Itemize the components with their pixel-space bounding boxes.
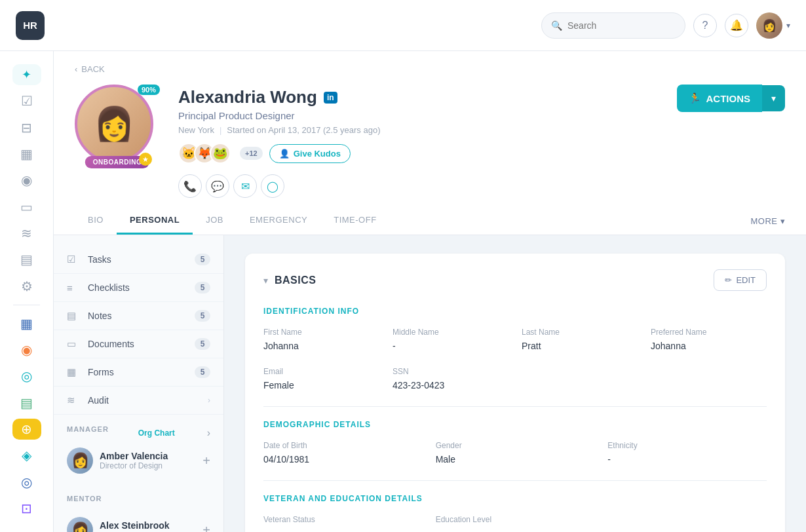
search-box[interactable]: 🔍	[541, 12, 685, 39]
phone-button[interactable]: 📞	[178, 174, 202, 198]
mentor-name: Alex Steinbrook	[100, 520, 170, 531]
sidebar-item-goals[interactable]: ◎	[12, 366, 41, 387]
profile-name-row: Alexandria Wong in	[178, 87, 659, 107]
veteran-grid: Veteran Status Education Level	[263, 515, 767, 528]
ethnicity-field: Ethnicity -	[607, 441, 767, 465]
sidebar-item-people[interactable]: ◉	[12, 170, 41, 191]
left-panel-item-checklists[interactable]: ≡ Checklists 5	[54, 274, 223, 302]
manager-section-header: MANAGER Org Chart ›	[67, 425, 210, 441]
content-area: ‹ BACK 👩 90% ONBOARDING ★ Alexandria Won…	[54, 51, 806, 532]
identification-grid: First Name Johanna Middle Name - Last Na…	[263, 328, 767, 351]
middle-name-field: Middle Name -	[393, 328, 509, 351]
tab-emergency[interactable]: EMERGENCY	[237, 207, 320, 235]
middle-name-label: Middle Name	[393, 328, 509, 337]
sidebar-item-reports[interactable]: ≋	[12, 223, 41, 244]
actions-main-button[interactable]: 🏃 ACTIONS	[677, 85, 763, 112]
left-panel-item-forms[interactable]: ▦ Forms 5	[54, 358, 223, 387]
profile-header: ‹ BACK 👩 90% ONBOARDING ★ Alexandria Won…	[54, 51, 806, 235]
actions-dropdown-button[interactable]: ▾	[762, 85, 785, 111]
tab-time-off[interactable]: TIME-OFF	[320, 207, 389, 235]
chat-button[interactable]: 💬	[206, 174, 229, 198]
more-chevron-icon: ▾	[780, 216, 786, 226]
sidebar-item-engagement[interactable]: ◈	[12, 445, 41, 466]
user-avatar-area[interactable]: 👩 ▾	[756, 12, 790, 39]
give-kudos-label: Give Kudos	[294, 149, 341, 159]
mentor-item: 👩 Alex Steinbrook Global Director +	[67, 517, 210, 532]
tabs-row: BIO PERSONAL JOB EMERGENCY TIME-OFF MORE…	[75, 207, 785, 235]
email-field: Email Female	[263, 367, 379, 390]
mentor-add-button[interactable]: +	[202, 523, 210, 533]
edit-icon: ✏	[725, 275, 732, 285]
tab-more[interactable]: MORE ▾	[751, 208, 786, 234]
left-panel-item-notes[interactable]: ▤ Notes 5	[54, 302, 223, 330]
email-button[interactable]: ✉	[233, 174, 257, 198]
sidebar-item-performance[interactable]: ▤	[12, 392, 41, 413]
sidebar-item-analytics[interactable]: ▦	[12, 313, 41, 334]
gender-field: Gender Male	[436, 441, 595, 465]
manager-add-button[interactable]: +	[202, 453, 210, 468]
profile-icons-row: 📞 💬 ✉ ◯	[178, 174, 659, 198]
first-name-field: First Name Johanna	[263, 328, 379, 351]
preferred-name-value: Johanna	[651, 341, 767, 351]
search-icon: 🔍	[551, 20, 562, 31]
sidebar-item-documents[interactable]: ▤	[12, 249, 41, 270]
meta-separator: |	[220, 125, 221, 135]
gender-value: Male	[436, 454, 595, 465]
lower-content: ☑ Tasks 5 ≡ Checklists 5 ▤ Notes 5 ▭ Doc…	[54, 235, 806, 532]
sidebar-item-add[interactable]: ⊕	[12, 419, 41, 440]
org-chart-link[interactable]: Org Chart	[138, 428, 175, 438]
sidebar-item-tasks[interactable]: ☑	[12, 90, 41, 111]
give-kudos-button[interactable]: 👤 Give Kudos	[269, 144, 351, 163]
actions-label: ACTIONS	[706, 93, 751, 104]
manager-arrow-icon: ›	[207, 427, 210, 439]
edit-button[interactable]: ✏ EDIT	[714, 269, 767, 291]
manager-name: Amber Valencia	[100, 451, 168, 461]
search-input[interactable]	[567, 20, 676, 31]
left-panel-item-audit[interactable]: ≋ Audit ›	[54, 387, 223, 415]
sidebar-item-inbox[interactable]: ⊟	[12, 117, 41, 138]
notifications-button[interactable]: 🔔	[725, 14, 748, 37]
last-name-field: Last Name Pratt	[522, 328, 638, 351]
sidebar-item-settings[interactable]: ⚙	[12, 276, 41, 297]
mentor-section-header: MENTOR	[67, 495, 210, 510]
help-button[interactable]: ?	[693, 14, 717, 37]
forms-count: 5	[195, 366, 210, 378]
dob-value: 04/10/1981	[263, 454, 423, 465]
sidebar-item-files[interactable]: ▭	[12, 197, 41, 218]
sidebar-item-team[interactable]: ◉	[12, 339, 41, 360]
identification-subsection-title: IDENTIFICATION INFO	[263, 307, 767, 316]
audit-arrow-icon: ›	[208, 396, 210, 405]
documents-count: 5	[195, 338, 210, 350]
tab-personal[interactable]: PERSONAL	[117, 207, 193, 235]
icon-sidebar: ✦ ☑ ⊟ ▦ ◉ ▭ ≋ ▤ ⚙ ▦ ◉ ◎ ▤ ⊕ ◈ ◎ ⊡	[0, 51, 54, 532]
app-logo[interactable]: HR	[16, 11, 45, 40]
avatar: 👩	[756, 12, 782, 39]
tab-job[interactable]: JOB	[193, 207, 237, 235]
veteran-status-label: Veteran Status	[263, 515, 423, 524]
linkedin-icon[interactable]: in	[324, 92, 337, 104]
kudos-avatar-3: 🐸	[210, 143, 231, 164]
forms-label: Forms	[88, 367, 195, 377]
preferred-name-field: Preferred Name Johanna	[651, 328, 767, 351]
tasks-count: 5	[195, 254, 210, 265]
kudos-icon: 👤	[279, 149, 290, 159]
tab-bio[interactable]: BIO	[75, 207, 117, 235]
sidebar-item-search[interactable]: ◎	[12, 471, 41, 492]
sidebar-item-calendar[interactable]: ▦	[12, 143, 41, 164]
sidebar-item-learning[interactable]: ⊡	[12, 498, 41, 519]
sidebar-item-home[interactable]: ✦	[12, 64, 41, 85]
veteran-status-field: Veteran Status	[263, 515, 423, 528]
section-divider-2	[263, 480, 767, 481]
basics-section-card: ▾ BASICS ✏ EDIT IDENTIFICATION INFO Firs…	[245, 254, 785, 532]
forms-icon: ▦	[67, 366, 80, 378]
back-label: BACK	[81, 64, 104, 74]
main-layout: ✦ ☑ ⊟ ▦ ◉ ▭ ≋ ▤ ⚙ ▦ ◉ ◎ ▤ ⊕ ◈ ◎ ⊡ ‹ BACK…	[0, 51, 806, 532]
first-name-label: First Name	[263, 328, 379, 337]
message-button[interactable]: ◯	[261, 174, 284, 198]
left-panel-item-tasks[interactable]: ☑ Tasks 5	[54, 246, 223, 274]
left-panel-item-documents[interactable]: ▭ Documents 5	[54, 330, 223, 358]
collapse-icon[interactable]: ▾	[263, 275, 268, 286]
profile-photo-wrap: 👩 90% ONBOARDING ★	[75, 85, 160, 163]
mentor-avatar: 👩	[67, 517, 93, 532]
back-button[interactable]: ‹ BACK	[75, 64, 105, 74]
